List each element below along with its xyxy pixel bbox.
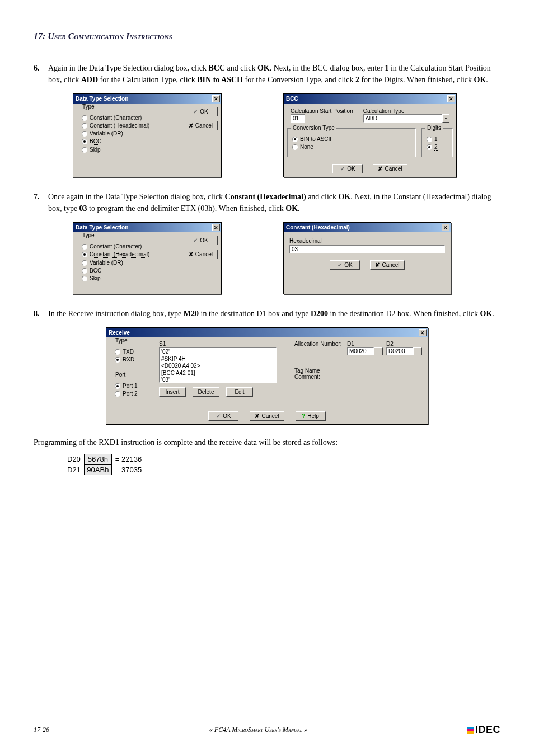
radio-port1[interactable] [115, 383, 120, 389]
dialog-constant-hex: Constant (Hexadecimal) ✕ Hexadecimal 03 … [283, 222, 451, 294]
radio-bcc[interactable] [82, 139, 87, 144]
group-legend: Conversion Type [291, 125, 336, 131]
cancel-button[interactable]: ✘Cancel [184, 250, 218, 259]
figures-step6: Data Type Selection ✕ Type Constant (Cha… [73, 93, 500, 177]
radio-digits-1[interactable] [427, 137, 432, 142]
btn-label: OK [200, 237, 208, 243]
hex-input[interactable]: 03 [289, 245, 445, 253]
cancel-button[interactable]: ✘Cancel [370, 260, 404, 270]
help-button[interactable]: ?Help [296, 411, 326, 421]
ok-button[interactable]: ✔OK [332, 164, 363, 173]
dialog-title: Constant (Hexadecimal) [286, 224, 350, 231]
radio-label: Skip [90, 275, 100, 281]
radio-variable-dr[interactable] [82, 131, 87, 137]
radio-txd[interactable] [115, 349, 120, 355]
b: ADD [81, 76, 98, 84]
radio-label: Constant (Character) [90, 115, 142, 121]
dialog-title: BCC [286, 96, 298, 102]
dialog-title: Data Type Selection [76, 224, 128, 231]
radio-label: BCC [90, 138, 101, 145]
digits-groupbox: Digits 1 2 [421, 128, 453, 157]
t: in the destination D2 box. When finished… [328, 309, 480, 318]
s1-label: S1 [159, 341, 289, 347]
tagc-label: Tag Name Comment: [294, 368, 344, 380]
x-icon: ✘ [375, 262, 380, 268]
hex-label: Hexadecimal [289, 238, 445, 244]
btn-label: Cancel [195, 251, 213, 257]
calc-type-combo[interactable]: ADD ▼ [363, 114, 449, 123]
step-num: 7. [34, 191, 48, 214]
csp-input[interactable]: 01 [291, 114, 305, 123]
insert-button[interactable]: Insert [159, 387, 186, 397]
radio-variable-dr[interactable] [82, 260, 87, 266]
edit-button[interactable]: Edit [226, 387, 253, 397]
radio-port2[interactable] [115, 391, 120, 397]
close-icon[interactable]: ✕ [212, 95, 220, 102]
reg-name: D21 [67, 466, 81, 474]
cancel-button[interactable]: ✘Cancel [184, 121, 218, 130]
radio-skip[interactable] [82, 147, 87, 153]
check-icon: ✔ [193, 109, 198, 115]
csp-label: Calculation Start Position [291, 108, 353, 114]
reg-name: D20 [67, 455, 81, 463]
step-body: Again in the Data Type Selection dialog … [48, 62, 500, 86]
radio-digits-2[interactable] [427, 144, 432, 150]
btn-label: Cancel [385, 166, 402, 172]
radio-bcc[interactable] [82, 268, 87, 274]
delete-button[interactable]: Delete [193, 387, 219, 397]
dialog-title: Receive [109, 330, 130, 336]
ok-button[interactable]: ✔OK [184, 236, 218, 245]
cancel-button[interactable]: ✘Cancel [250, 411, 284, 421]
radio-rxd[interactable] [115, 357, 120, 363]
close-icon[interactable]: ✕ [447, 95, 455, 102]
x-icon: ✘ [255, 413, 259, 419]
radio-constant-hex[interactable] [82, 123, 87, 129]
titlebar: Data Type Selection ✕ [73, 223, 221, 232]
data-store-table: D20 5678h = 22136 D21 90ABh = 37035 [67, 454, 500, 475]
step-body: Once again in the Data Type Selection di… [48, 191, 500, 214]
radio-label: Constant (Hexadecimal) [90, 123, 149, 129]
close-icon[interactable]: ✕ [442, 224, 449, 231]
radio-label: Variable (DR) [90, 130, 123, 137]
d2-label: D2 [386, 341, 422, 347]
radio-bin-to-ascii[interactable] [292, 137, 298, 142]
group-legend: Port [114, 372, 127, 378]
radio-none[interactable] [292, 144, 298, 150]
btn-label: Cancel [261, 413, 279, 419]
s1-listbox[interactable]: '02' #SKIP 4H <D0020 A4 02> [BCC A42 01]… [159, 347, 277, 383]
ok-button[interactable]: ✔OK [208, 411, 238, 421]
cancel-button[interactable]: ✘Cancel [373, 164, 407, 173]
ok-button[interactable]: ✔OK [330, 260, 360, 270]
radio-constant-char[interactable] [82, 244, 87, 250]
type-groupbox: Type Constant (Character) Constant (Hexa… [77, 236, 180, 288]
chevron-down-icon[interactable]: ▼ [442, 114, 449, 123]
close-icon[interactable]: ✕ [212, 224, 220, 231]
x-icon: ✘ [189, 123, 193, 129]
d2-input[interactable]: D0200 [386, 347, 413, 355]
close-icon[interactable]: ✕ [419, 329, 427, 336]
t: and click [306, 192, 339, 201]
t: . [298, 204, 300, 213]
combo-value: ADD [363, 114, 442, 123]
b: OK [480, 309, 493, 318]
d2-browse-button[interactable]: ... [413, 347, 422, 355]
conversion-type-groupbox: Conversion Type BIN to ASCII None [287, 128, 416, 157]
group-legend: Type [114, 337, 129, 344]
dialog-data-type-selection: Data Type Selection ✕ Type Constant (Cha… [73, 93, 222, 177]
d1-input[interactable]: M0020 [347, 347, 374, 355]
ok-button[interactable]: ✔OK [184, 107, 218, 116]
radio-constant-hex[interactable] [82, 252, 87, 257]
radio-skip[interactable] [82, 276, 87, 281]
btn-label: OK [200, 109, 208, 115]
b: OK [257, 64, 270, 72]
ct-label: Calculation Type [363, 108, 449, 114]
d1-browse-button[interactable]: ... [374, 347, 383, 355]
dialog-receive: Receive ✕ Type TXD RXD Port Port 1 [106, 327, 428, 425]
group-legend: Type [81, 104, 96, 110]
check-icon: ✔ [216, 413, 221, 419]
page-footer: 17-26 « FC4A MicroSmart User's Manual » … [34, 724, 500, 736]
step-num: 8. [34, 308, 48, 320]
radio-constant-char[interactable] [82, 115, 87, 121]
btn-label: Help [307, 413, 319, 419]
manual-title: « FC4A MicroSmart User's Manual » [209, 726, 307, 734]
